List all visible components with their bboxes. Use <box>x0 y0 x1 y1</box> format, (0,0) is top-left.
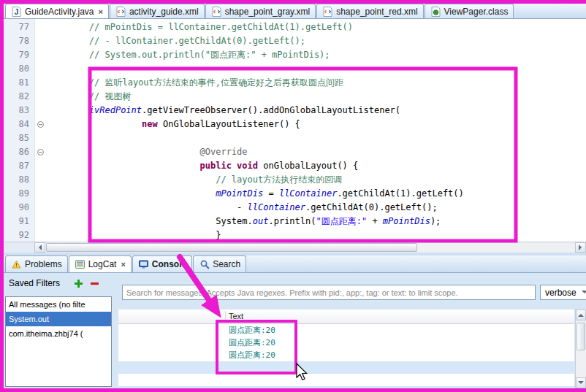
line-number: 84 <box>4 118 34 131</box>
remove-filter-button[interactable] <box>89 278 101 290</box>
logcat-filter-item[interactable]: System.out <box>6 312 111 326</box>
tab-label: LogCat <box>88 259 117 269</box>
log-row[interactable] <box>118 361 574 374</box>
collapse-icon[interactable] <box>37 149 44 155</box>
annotation-border-top <box>0 0 586 4</box>
view-tab-problems[interactable]: Problems <box>5 255 68 272</box>
annotation-border-left <box>0 0 4 392</box>
close-icon[interactable]: × <box>98 7 102 16</box>
xml-file-icon <box>211 7 222 17</box>
fold-column <box>34 76 47 90</box>
line-number: 81 <box>4 76 34 90</box>
saved-filters-panel: Saved Filters All messages (no filteSyst… <box>4 273 115 388</box>
code-line[interactable]: 85 <box>4 131 586 145</box>
close-icon[interactable]: × <box>121 260 125 269</box>
code-line[interactable]: 84 new OnGlobalLayoutListener() { <box>4 118 586 131</box>
log-level-dropdown[interactable]: verbose <box>540 285 586 300</box>
scroll-left-button[interactable] <box>34 242 45 253</box>
code-line[interactable]: 78 // - llContainer.getChildAt(0).getLef… <box>4 34 586 48</box>
code-line[interactable]: 90 - llContainer.getChildAt(0).getLeft()… <box>4 201 586 215</box>
scrollbar-corner <box>4 242 34 253</box>
log-table-header: Text <box>118 310 574 324</box>
code-text: // 监听layout方法结束的事件,位置确定好之后再获取圆点间距 <box>47 76 586 90</box>
code-text: // 视图树 <box>47 90 586 104</box>
view-tab-logcat[interactable]: LogCat× <box>69 255 132 272</box>
logcat-filter-item[interactable]: All messages (no filte <box>6 297 111 312</box>
code-text: // mPointDis = llContainer.getChildAt(1)… <box>47 20 586 34</box>
chevron-down-icon <box>582 291 586 296</box>
log-vertical-scrollbar[interactable] <box>575 310 586 388</box>
saved-filters-header: Saved Filters <box>9 278 115 291</box>
line-number: 85 <box>4 131 34 145</box>
code-line[interactable]: 88 // layout方法执行结束的回调 <box>4 173 586 187</box>
code-line[interactable]: 81 // 监听layout方法结束的事件,位置确定好之后再获取圆点间距 <box>4 76 586 90</box>
collapse-icon[interactable] <box>37 121 44 128</box>
fold-column <box>34 187 47 201</box>
fold-column <box>34 159 47 173</box>
logcat-filter-item[interactable]: com.itheima.zhbj74 ( <box>6 326 111 341</box>
bottom-tab-bar: ProblemsLogCat×ConsoleSearch <box>4 255 586 273</box>
editor-horizontal-scrollbar[interactable] <box>4 242 586 253</box>
code-line[interactable]: 83 ivRedPoint.getViewTreeObserver().addO… <box>4 104 586 118</box>
tab-label: shape_point_red.xml <box>336 7 417 17</box>
logcat-search-input[interactable] <box>122 285 536 300</box>
fold-column <box>34 62 47 76</box>
scroll-right-button[interactable] <box>575 242 586 253</box>
editor-tab-guideactivity-java[interactable]: JGuideActivity.java× <box>5 4 109 18</box>
code-text: @Override <box>47 145 586 159</box>
code-line[interactable]: 79 // System.out.println("圆点距离:" + mPoin… <box>4 48 586 62</box>
view-tab-search[interactable]: Search <box>193 255 246 272</box>
code-line[interactable]: 89 mPointDis = llContainer.getChildAt(1)… <box>4 187 586 201</box>
right-arrow-icon <box>579 245 585 250</box>
code-text: mPointDis = llContainer.getChildAt(1).ge… <box>47 187 586 201</box>
tab-label: ViewPager.class <box>444 7 509 17</box>
code-line[interactable]: 91 System.out.println("圆点距离:" + mPointDi… <box>4 215 586 228</box>
log-message: 圆点距离:20 <box>229 326 275 335</box>
code-line[interactable]: 77 // mPointDis = llContainer.getChildAt… <box>4 20 586 34</box>
scroll-down-button[interactable] <box>576 377 586 388</box>
log-row[interactable]: 圆点距离:20 <box>118 324 574 337</box>
code-line[interactable]: 86 @Override <box>4 145 586 159</box>
tab-label: Problems <box>25 259 62 269</box>
log-message: 圆点距离:20 <box>229 338 275 347</box>
editor-tab-shape-point-gray-xml[interactable]: shape_point_gray.xml <box>205 4 316 18</box>
editor-tab-activity-guide-xml[interactable]: activity_guide.xml <box>110 4 205 18</box>
logcat-panel: Saved Filters All messages (no filteSyst… <box>4 273 586 388</box>
eclipse-window: JGuideActivity.java×activity_guide.xmlsh… <box>0 0 586 392</box>
left-arrow-icon <box>36 245 42 250</box>
code-text: System.out.println("圆点距离:" + mPointDis); <box>47 215 586 228</box>
fold-column <box>34 145 47 159</box>
line-number: 77 <box>4 20 34 34</box>
editor-tab-shape-point-red-xml[interactable]: shape_point_red.xml <box>316 4 423 18</box>
editor-tab-viewpager-class[interactable]: ViewPager.class <box>425 4 514 18</box>
add-filter-button[interactable] <box>73 278 85 290</box>
vertical-scroll-thumb[interactable] <box>577 323 585 350</box>
log-row[interactable] <box>118 374 574 386</box>
log-row[interactable]: 圆点距离:20 <box>118 349 574 361</box>
code-line[interactable]: 80 <box>4 62 586 76</box>
code-line[interactable]: 87 public void onGlobalLayout() { <box>4 159 586 173</box>
code-text: - llContainer.getChildAt(0).getLeft(); <box>47 201 586 215</box>
code-line[interactable]: 82 // 视图树 <box>4 90 586 104</box>
code-text: // layout方法执行结束的回调 <box>47 173 586 187</box>
horizontal-scroll-thumb[interactable] <box>46 243 417 252</box>
fold-column <box>34 48 47 62</box>
tab-label: activity_guide.xml <box>129 7 199 17</box>
minus-icon <box>89 278 100 288</box>
console-icon <box>138 259 149 269</box>
code-text <box>47 131 586 145</box>
code-text: } <box>47 228 586 242</box>
xml-file-icon <box>322 7 333 17</box>
search-icon <box>199 259 210 269</box>
column-header-text[interactable]: Text <box>229 312 243 320</box>
code-text: // - llContainer.getChildAt(0).getLeft()… <box>47 34 586 48</box>
column-divider <box>225 311 226 322</box>
fold-column <box>34 131 47 145</box>
scroll-up-button[interactable] <box>576 310 586 320</box>
code-editor[interactable]: 77 // mPointDis = llContainer.getChildAt… <box>4 19 586 242</box>
view-tab-console[interactable]: Console <box>132 255 192 272</box>
code-line[interactable]: 92 } <box>4 228 586 242</box>
log-row[interactable]: 圆点距离:20 <box>118 337 574 349</box>
tab-label: Console <box>152 259 186 269</box>
line-number: 86 <box>4 145 34 159</box>
